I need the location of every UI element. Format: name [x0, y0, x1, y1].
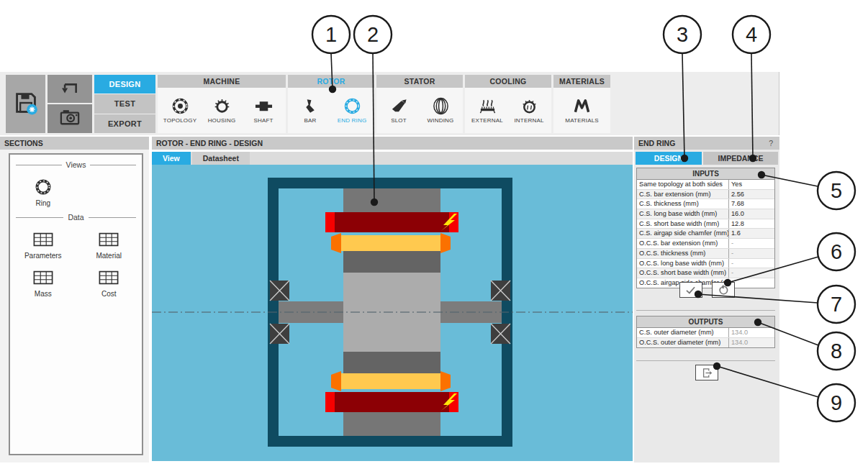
param-value[interactable]: 7.68: [728, 199, 774, 209]
tab-design[interactable]: DESIGN: [94, 75, 155, 94]
slot-icon: [390, 97, 408, 115]
save-icon: [14, 91, 38, 118]
param-value[interactable]: 1.6: [728, 229, 774, 238]
separator: [636, 360, 775, 361]
ribbon-item-label: BAR: [304, 117, 316, 124]
apply-button-row: [634, 282, 779, 298]
sidebar-item-label: Mass: [35, 290, 52, 298]
param-label: C.S. short base width (mm): [637, 219, 728, 229]
ribbon-item-housing[interactable]: HOUSING: [201, 96, 243, 125]
table-row: O.C.S. long base width (mm)-: [637, 258, 774, 268]
param-value[interactable]: -: [728, 249, 774, 258]
ribbon-group-stator: STATORSLOTWINDING: [376, 75, 463, 133]
table-row: C.S. airgap side chamfer (mm)1.6: [637, 228, 774, 238]
tab-panel-impedance[interactable]: IMPEDANCE: [703, 152, 778, 165]
ribbon-item-materials[interactable]: MATERIALS: [561, 96, 603, 125]
data-group-label: Data: [16, 213, 136, 222]
tab-datasheet[interactable]: Datasheet: [192, 152, 250, 165]
sidebar-item-mass[interactable]: Mass: [10, 268, 76, 298]
sidebar-item-material[interactable]: Material: [76, 230, 143, 260]
ribbon-item-winding[interactable]: WINDING: [420, 96, 461, 125]
param-value[interactable]: 2.56: [728, 190, 774, 199]
tab-panel-design[interactable]: DESIGN: [636, 152, 702, 165]
ribbon-item-label: TOPOLOGY: [163, 117, 196, 124]
tab-view[interactable]: View: [152, 152, 191, 165]
ribbon-group-rotor: ROTORBAREND RING: [288, 75, 374, 133]
param-value[interactable]: 16.0: [728, 209, 774, 219]
ribbon-item-end-ring[interactable]: END RING: [331, 96, 373, 125]
ribbon-group-title: STATOR: [376, 75, 463, 88]
param-label: O.C.S. short base width (mm): [637, 268, 728, 278]
param-value[interactable]: -: [728, 259, 774, 268]
table-icon: [99, 268, 119, 287]
ribbon-item-slot[interactable]: SLOT: [378, 96, 420, 125]
materials-icon: [573, 97, 591, 115]
sidebar-item-label: Parameters: [24, 252, 62, 260]
callout-2: 2: [354, 16, 392, 53]
table-row: O.C.S. short base width (mm)-: [637, 268, 774, 278]
ribbon-item-label: SLOT: [391, 117, 407, 124]
rotor-core-bottom: [343, 352, 440, 373]
camera-icon: [59, 106, 81, 131]
views-items: Ring: [10, 169, 142, 207]
views-group-label: Views: [16, 160, 136, 169]
table-row: C.S. long base width (mm)16.0: [637, 209, 774, 219]
ribbon-item-label: WINDING: [428, 117, 454, 124]
export-button[interactable]: [695, 365, 718, 380]
ribbon-item-bar[interactable]: BAR: [289, 96, 331, 125]
tab-test[interactable]: TEST: [94, 94, 155, 113]
sections-panel: Views Ring Data ParametersMaterialMassCo…: [9, 153, 143, 455]
param-value[interactable]: -: [728, 268, 774, 278]
undo-return-button[interactable]: [48, 75, 92, 103]
panel-help-button[interactable]: ?: [769, 137, 773, 150]
save-button[interactable]: [6, 75, 45, 133]
rotor-bar-bottom: [341, 373, 440, 389]
param-value[interactable]: Yes: [728, 180, 774, 189]
separator: [636, 310, 775, 311]
table-row: C.S. thickness (mm)7.68: [637, 199, 774, 209]
stator-winding-top: [325, 212, 458, 232]
topology-icon: [171, 97, 189, 115]
outputs-table-header: OUTPUTS: [637, 316, 774, 328]
sidebar-item-label: Ring: [35, 199, 50, 207]
svg-text:8: 8: [831, 339, 842, 363]
svg-text:1: 1: [325, 23, 337, 46]
svg-text:5: 5: [831, 179, 842, 202]
design-canvas: [152, 165, 633, 461]
mode-tabs: DESIGN TEST EXPORT: [94, 75, 155, 133]
callout-6: 6: [818, 233, 855, 270]
param-label: C.S. outer diameter (mm): [637, 328, 728, 337]
apply-button[interactable]: [679, 282, 702, 298]
param-value[interactable]: 12.8: [728, 219, 774, 229]
sidebar-item-ring[interactable]: Ring: [10, 178, 76, 207]
sidebar-item-parameters[interactable]: Parameters: [10, 230, 76, 260]
callout-3: 3: [664, 16, 701, 53]
svg-text:2: 2: [367, 23, 379, 46]
data-items: ParametersMaterialMassCost: [10, 222, 142, 298]
ribbon-item-label: SHAFT: [253, 117, 273, 124]
ribbon-item-external[interactable]: EXTERNAL: [466, 96, 508, 125]
reset-button[interactable]: [712, 282, 735, 298]
ribbon-item-label: HOUSING: [208, 117, 236, 124]
external-cooling-icon: [479, 97, 497, 115]
ribbon-group-cooling: COOLINGEXTERNALINTERNAL: [465, 75, 551, 133]
ribbon-item-topology[interactable]: TOPOLOGY: [159, 96, 201, 125]
rotor-core-top: [343, 251, 440, 273]
ring-icon: [33, 178, 53, 196]
screenshot-button[interactable]: [48, 104, 92, 133]
ribbon-item-internal[interactable]: INTERNAL: [508, 96, 550, 125]
shaft-icon: [255, 97, 273, 115]
bar-icon: [302, 97, 320, 115]
ribbon-group-title: COOLING: [465, 75, 551, 88]
param-label: O.C.S. long base width (mm): [637, 259, 728, 268]
tab-export[interactable]: EXPORT: [94, 114, 155, 133]
ribbon-group-title: MACHINE: [158, 75, 286, 88]
table-row: C.S. outer diameter (mm)134.0: [637, 328, 774, 337]
ribbon-item-shaft[interactable]: SHAFT: [243, 96, 284, 125]
inputs-table-header: INPUTS: [637, 168, 774, 180]
param-label: O.C.S. outer diameter (mm): [637, 338, 728, 347]
param-value[interactable]: -: [728, 239, 774, 248]
internal-cooling-icon: [520, 97, 538, 115]
ribbon-group-title: MATERIALS: [553, 75, 610, 88]
sidebar-item-cost[interactable]: Cost: [76, 268, 143, 298]
